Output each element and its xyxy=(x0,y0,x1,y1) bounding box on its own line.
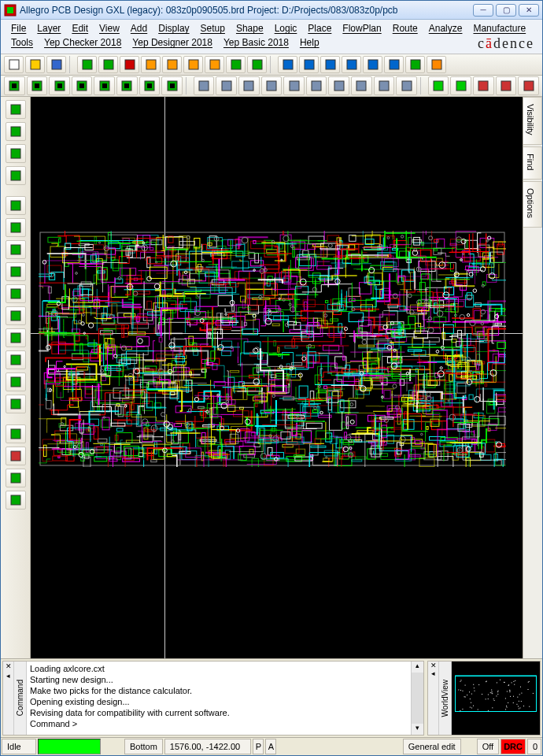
drc-marker-icon[interactable] xyxy=(226,56,246,73)
zoom-prev-icon[interactable] xyxy=(363,56,382,73)
tab-options[interactable]: Options xyxy=(523,181,542,228)
close-button[interactable]: ✕ xyxy=(519,4,539,17)
plane-icon[interactable] xyxy=(6,328,26,347)
menu-flowplan[interactable]: FlowPlan xyxy=(337,21,386,35)
save-icon[interactable] xyxy=(46,56,66,73)
menu-yep-designer-2018[interactable]: Yep Designer 2018 xyxy=(127,35,218,50)
tune-icon[interactable] xyxy=(6,284,26,303)
tab-visibility[interactable]: Visibility xyxy=(523,97,542,145)
status-drc-label[interactable]: DRC xyxy=(501,739,526,754)
info-icon[interactable] xyxy=(6,166,26,185)
bus-icon[interactable] xyxy=(6,372,26,391)
status-drc-state[interactable]: Off xyxy=(477,739,499,754)
menu-route[interactable]: Route xyxy=(387,21,423,35)
grid1-icon[interactable] xyxy=(283,76,305,95)
worldview-pin-icon[interactable]: ◂ xyxy=(431,669,435,677)
fanout-icon[interactable] xyxy=(6,350,26,369)
zoom-out-icon[interactable] xyxy=(342,56,361,73)
status-layer[interactable]: Bottom xyxy=(124,739,163,754)
highlight2-icon[interactable] xyxy=(450,76,471,95)
command-body[interactable]: Loading axlcore.cxtStarting new design..… xyxy=(27,662,411,735)
text-edit-icon[interactable] xyxy=(6,491,26,510)
minimize-button[interactable]: ─ xyxy=(473,4,493,17)
command-close-icon[interactable]: ✕ xyxy=(6,662,12,671)
grid4-icon[interactable] xyxy=(351,76,372,95)
layer1-icon[interactable] xyxy=(4,76,25,95)
delete-icon[interactable] xyxy=(120,56,139,73)
grid6-icon[interactable] xyxy=(396,76,417,95)
command-pin-icon[interactable]: ◂ xyxy=(6,671,10,680)
menu-manufacture[interactable]: Manufacture xyxy=(467,21,531,35)
menu-yep-checker-2018[interactable]: Yep Checker 2018 xyxy=(39,35,127,50)
layer4-icon[interactable] xyxy=(72,76,93,95)
arrow-down2-icon[interactable] xyxy=(205,56,224,73)
grid5-icon[interactable] xyxy=(374,76,395,95)
scroll-track[interactable] xyxy=(412,673,423,724)
design-canvas[interactable] xyxy=(31,97,523,658)
pin-icon[interactable] xyxy=(247,56,267,73)
open-icon[interactable] xyxy=(25,56,45,73)
refresh-icon[interactable] xyxy=(405,56,425,73)
diff-icon[interactable] xyxy=(6,262,26,281)
arrow-down-icon[interactable] xyxy=(183,56,203,73)
menu-add[interactable]: Add xyxy=(125,21,153,35)
highlight1-icon[interactable] xyxy=(428,76,449,95)
route-icon[interactable] xyxy=(6,196,26,215)
dim-v-icon[interactable] xyxy=(496,76,517,95)
zoom-in-icon[interactable] xyxy=(320,56,340,73)
worldview-close-icon[interactable]: ✕ xyxy=(430,662,437,669)
grid3-icon[interactable] xyxy=(328,76,349,95)
menu-view[interactable]: View xyxy=(94,21,125,35)
scroll-up-icon[interactable]: ▴ xyxy=(412,662,423,673)
menu-display[interactable]: Display xyxy=(153,21,194,35)
slide-icon[interactable] xyxy=(6,218,26,237)
shape2-icon[interactable] xyxy=(216,76,237,95)
menu-setup[interactable]: Setup xyxy=(195,21,231,35)
menu-file[interactable]: File xyxy=(6,21,31,35)
status-a[interactable]: A xyxy=(265,739,276,754)
menu-help[interactable]: Help xyxy=(294,35,325,50)
menu-logic[interactable]: Logic xyxy=(269,21,303,35)
grid2-icon[interactable] xyxy=(306,76,327,95)
layer3-icon[interactable] xyxy=(49,76,70,95)
net-icon[interactable] xyxy=(6,306,26,325)
3d-icon[interactable] xyxy=(427,56,446,73)
zoom-fit-icon[interactable] xyxy=(299,56,319,73)
ic-icon[interactable] xyxy=(6,122,26,141)
redo-icon[interactable] xyxy=(162,56,182,73)
worldview-body[interactable] xyxy=(452,662,540,735)
menu-layer[interactable]: Layer xyxy=(31,21,66,35)
select-icon[interactable] xyxy=(261,76,283,95)
conn-icon[interactable] xyxy=(6,144,26,163)
layer7-icon[interactable] xyxy=(139,76,161,95)
layer6-icon[interactable] xyxy=(116,76,138,95)
dim-icon[interactable] xyxy=(6,447,26,465)
status-p[interactable]: P xyxy=(253,739,264,754)
tab-find[interactable]: Find xyxy=(523,146,542,180)
copy-icon[interactable] xyxy=(98,56,118,73)
chip-icon[interactable] xyxy=(6,100,26,119)
scroll-down-icon[interactable]: ▾ xyxy=(412,724,423,735)
zoom-sel-icon[interactable] xyxy=(384,56,404,73)
undo-icon[interactable] xyxy=(141,56,161,73)
dim-h-icon[interactable] xyxy=(473,76,494,95)
menu-analyze[interactable]: Analyze xyxy=(423,21,468,35)
move-icon[interactable] xyxy=(77,56,97,73)
zoom-window-icon[interactable] xyxy=(278,56,297,73)
menu-yep-basic-2018[interactable]: Yep Basic 2018 xyxy=(218,35,294,50)
dim-ref-icon[interactable] xyxy=(518,76,539,95)
menu-tools[interactable]: Tools xyxy=(6,35,39,50)
wire-icon[interactable] xyxy=(6,424,26,443)
shape1-icon[interactable] xyxy=(194,76,215,95)
menu-place[interactable]: Place xyxy=(302,21,337,35)
layer2-icon[interactable] xyxy=(27,76,48,95)
new-icon[interactable] xyxy=(4,56,24,73)
shape3-icon[interactable] xyxy=(238,76,260,95)
status-coords[interactable]: 1576.00, -1422.00 xyxy=(164,739,251,754)
maximize-button[interactable]: ▢ xyxy=(496,4,516,17)
layer8-icon[interactable] xyxy=(161,76,183,95)
text-add-icon[interactable] xyxy=(6,469,26,487)
menu-shape[interactable]: Shape xyxy=(231,21,269,35)
spread-icon[interactable] xyxy=(6,395,26,413)
layer5-icon[interactable] xyxy=(94,76,115,95)
